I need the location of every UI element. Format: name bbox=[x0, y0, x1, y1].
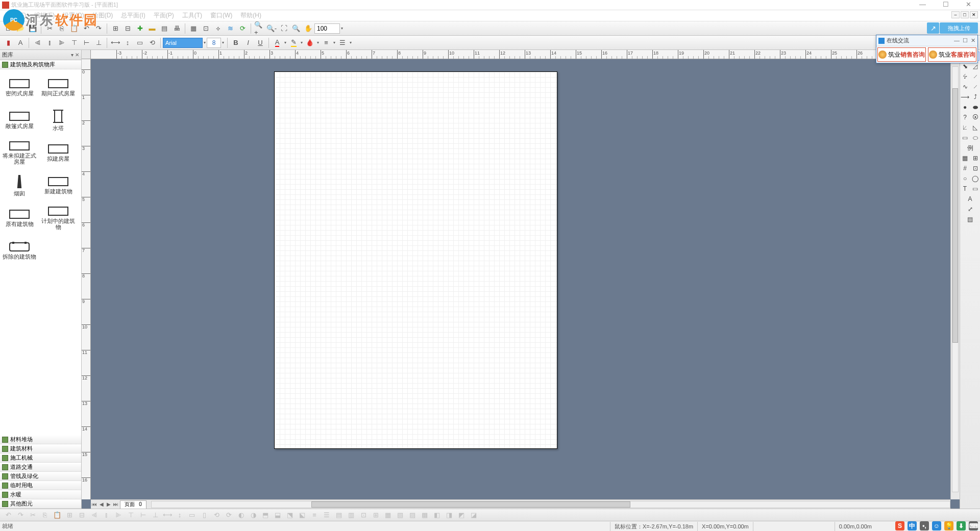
tray-icon[interactable]: 💡 bbox=[944, 521, 953, 530]
bottom-tool[interactable]: ◧ bbox=[431, 510, 443, 521]
library-category[interactable]: 施工机械 bbox=[0, 453, 81, 463]
bottom-tool[interactable]: ▯ bbox=[199, 510, 210, 521]
bottom-tool[interactable]: ◪ bbox=[468, 510, 479, 521]
textfmt-button[interactable]: A bbox=[15, 37, 26, 48]
bottom-tool[interactable]: ⊤ bbox=[125, 510, 136, 521]
bottom-tool[interactable]: ⬕ bbox=[297, 510, 308, 521]
bottom-tool[interactable]: ⊡ bbox=[358, 510, 369, 521]
bottom-tool[interactable]: ⟷ bbox=[162, 510, 173, 521]
remove-icon[interactable]: ▬ bbox=[146, 23, 158, 34]
zoom-in-button[interactable]: 🔍+ bbox=[254, 23, 265, 34]
bottom-tool[interactable]: 📋 bbox=[52, 510, 63, 521]
bottom-tool[interactable]: ◑ bbox=[248, 510, 259, 521]
rotate-button[interactable]: ⟲ bbox=[146, 37, 158, 48]
lineweight-button[interactable]: ☰ bbox=[337, 37, 348, 48]
draw-tool[interactable]: ▤ bbox=[966, 215, 975, 224]
vertical-ruler[interactable]: 0123456789101112131415161718 bbox=[82, 59, 91, 499]
last-page-button[interactable]: ⏭ bbox=[112, 501, 119, 507]
next-page-button[interactable]: ▶ bbox=[105, 501, 112, 507]
bottom-tool[interactable]: ⬔ bbox=[284, 510, 296, 521]
draw-tool[interactable]: ? bbox=[961, 113, 970, 122]
library-item[interactable]: 计划中的建筑物 bbox=[39, 202, 78, 235]
menu-file[interactable]: 文件(F) bbox=[2, 10, 30, 21]
crop-button[interactable]: ⟡ bbox=[212, 23, 224, 34]
zoom-dropdown[interactable]: ▾ bbox=[340, 23, 344, 34]
upload-cloud-icon[interactable]: ↗ bbox=[927, 22, 939, 34]
ruler-corner[interactable] bbox=[82, 50, 91, 59]
bottom-tool[interactable]: ↶ bbox=[3, 510, 14, 521]
bottom-tool[interactable]: ⫿ bbox=[101, 510, 112, 521]
bottom-tool[interactable]: ▤ bbox=[333, 510, 345, 521]
bottom-tool[interactable]: ✂ bbox=[27, 510, 38, 521]
draw-tool[interactable]: ▭ bbox=[961, 133, 970, 142]
align-bottom-button[interactable]: ⊥ bbox=[93, 37, 104, 48]
library-category[interactable]: 临时用电 bbox=[0, 481, 81, 490]
bottom-tool[interactable]: ↕ bbox=[174, 510, 185, 521]
linestyle-dd[interactable]: ▾ bbox=[332, 38, 336, 48]
draw-tool[interactable]: # bbox=[961, 164, 970, 173]
refresh-button[interactable]: ⟳ bbox=[237, 23, 248, 34]
library-item[interactable]: 烟囱 bbox=[0, 169, 39, 202]
lineweight-dd[interactable]: ▾ bbox=[349, 38, 353, 48]
paste-button[interactable]: 📋 bbox=[68, 23, 80, 34]
pan-button[interactable]: ✋ bbox=[303, 23, 314, 34]
library-category[interactable]: 道路交通 bbox=[0, 463, 81, 472]
library-active-category[interactable]: 建筑物及构筑物库 bbox=[0, 60, 81, 69]
library-item[interactable]: 水塔 bbox=[39, 104, 78, 137]
textcolor-button[interactable]: ▮ bbox=[3, 37, 14, 48]
library-item[interactable]: 原有建筑物 bbox=[0, 202, 39, 235]
bottom-tool[interactable]: ⊥ bbox=[150, 510, 161, 521]
fontsize-dropdown[interactable]: ▾ bbox=[221, 38, 225, 48]
first-page-button[interactable]: ⏮ bbox=[91, 501, 98, 507]
layers-button[interactable]: ▤ bbox=[159, 23, 170, 34]
bottom-tool[interactable]: ⊞ bbox=[64, 510, 75, 521]
draw-tool[interactable]: ⊡ bbox=[971, 164, 980, 173]
print-button[interactable]: 🖶 bbox=[171, 23, 182, 34]
draw-tool[interactable]: ○ bbox=[961, 174, 970, 183]
library-item[interactable]: 拟建房屋 bbox=[39, 137, 78, 169]
horizontal-ruler[interactable]: -3-2-10123456789101112131415161718192021… bbox=[91, 50, 950, 59]
bottom-tool[interactable]: ◩ bbox=[456, 510, 467, 521]
bottom-tool[interactable]: ⟲ bbox=[211, 510, 222, 521]
draw-tool[interactable]: T bbox=[961, 184, 970, 193]
dist-h-button[interactable]: ⟷ bbox=[110, 37, 121, 48]
highlight-button[interactable]: ✎ bbox=[288, 37, 299, 48]
library-item[interactable]: 密闭式房屋 bbox=[0, 71, 39, 104]
underline-button[interactable]: U bbox=[255, 37, 266, 48]
bottom-tool[interactable]: ▭ bbox=[186, 510, 198, 521]
doc-restore-button[interactable]: □ bbox=[961, 11, 969, 18]
fill-button[interactable]: 🩸 bbox=[304, 37, 315, 48]
bottom-tool[interactable]: ⊞ bbox=[370, 510, 381, 521]
v-scroll-thumb[interactable] bbox=[952, 88, 958, 343]
draw-tool[interactable]: ⬭ bbox=[971, 133, 980, 142]
font-select[interactable] bbox=[163, 38, 203, 48]
chat-max-button[interactable]: ☐ bbox=[963, 37, 968, 44]
support-chat-button[interactable]: 筑业客服咨询 bbox=[928, 47, 976, 62]
undo-button[interactable]: ↶ bbox=[81, 23, 92, 34]
open-button[interactable]: 📂 bbox=[15, 23, 26, 34]
align-right-button[interactable]: ⫸ bbox=[56, 37, 67, 48]
bottom-tool[interactable]: ⬓ bbox=[272, 510, 283, 521]
bottom-tool[interactable]: ⫸ bbox=[113, 510, 124, 521]
bottom-tool[interactable]: ▧ bbox=[395, 510, 406, 521]
zoom-window-button[interactable]: 🔍 bbox=[290, 23, 302, 34]
fontcolor-button[interactable]: A bbox=[272, 37, 283, 48]
draw-tool[interactable]: ⟶ bbox=[961, 92, 970, 102]
align-top-button[interactable]: ⊤ bbox=[68, 37, 80, 48]
draw-tool[interactable]: ⊞ bbox=[971, 154, 980, 163]
maximize-button[interactable]: ☐ bbox=[934, 0, 957, 10]
horizontal-scrollbar[interactable] bbox=[151, 501, 950, 508]
bottom-tool[interactable]: ◐ bbox=[235, 510, 247, 521]
linestyle-button[interactable]: ≡ bbox=[321, 37, 332, 48]
library-item[interactable]: 新建建筑物 bbox=[39, 169, 78, 202]
align-left-button[interactable]: ⫷ bbox=[32, 37, 43, 48]
draw-tool[interactable]: ◺ bbox=[971, 123, 980, 132]
library-item[interactable]: 敞篷式房屋 bbox=[0, 104, 39, 137]
draw-tool[interactable]: ▭ bbox=[971, 184, 980, 193]
sizes-button[interactable]: ▭ bbox=[134, 37, 145, 48]
tray-icon[interactable]: 中 bbox=[908, 521, 917, 530]
bottom-tool[interactable]: ⊢ bbox=[137, 510, 149, 521]
group-button[interactable]: ⊞ bbox=[110, 23, 121, 34]
menu-window[interactable]: 窗口(W) bbox=[206, 10, 236, 21]
new-button[interactable]: 🗋 bbox=[3, 23, 14, 34]
